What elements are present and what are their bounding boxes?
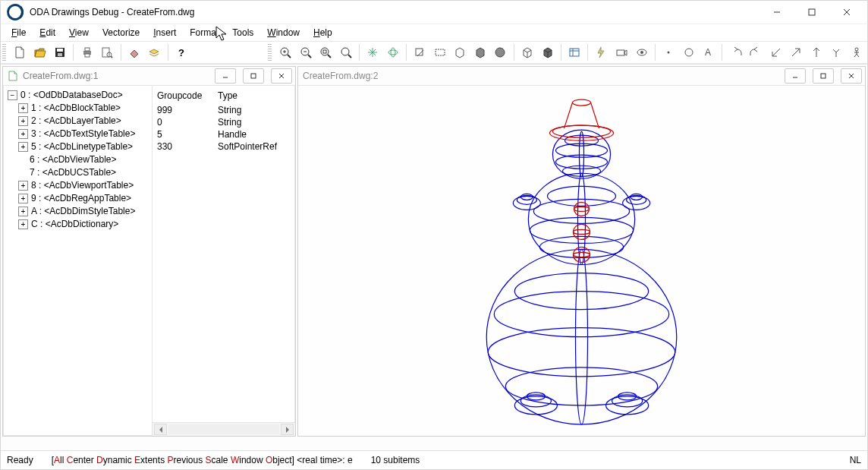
print-button[interactable] [77,43,96,62]
cell-groupcode: 999 [157,105,218,115]
zoom-window-button[interactable] [316,43,335,62]
table-row[interactable]: 5Handle [157,128,291,140]
redo-button[interactable] [747,43,766,62]
scroll-right-button[interactable] [281,424,294,435]
menu-tools[interactable]: Tools [226,26,259,39]
menu-format[interactable]: Format [184,26,225,39]
menu-window[interactable]: Window [261,26,306,39]
minimize-button[interactable] [760,1,794,24]
layers-button[interactable] [145,43,164,62]
tree-node[interactable]: A : <AcDbDimStyleTable> [18,205,150,218]
select-button[interactable] [431,43,450,62]
fill-tool-button[interactable] [125,43,144,62]
scroll-left-button[interactable] [154,424,167,435]
new-button[interactable] [11,43,30,62]
help-button[interactable]: ? [172,43,191,62]
svg-rect-23 [323,50,326,53]
svg-point-72 [574,202,589,216]
menu-help[interactable]: Help [307,26,338,39]
region-button[interactable] [410,43,429,62]
menu-vectorize[interactable]: Vectorize [96,26,146,39]
sphere-button[interactable] [491,43,510,62]
zoom-in-button[interactable] [276,43,295,62]
solid-button[interactable] [471,43,490,62]
tree-node[interactable]: 3 : <AcDbTextStyleTable> [18,128,150,140]
wire-box-button[interactable] [518,43,537,62]
mdi-titlebar[interactable]: CreateFrom.dwg:1 [3,67,295,86]
face-button[interactable] [451,43,470,62]
mdi-titlebar-2[interactable]: CreateFrom.dwg:2 [298,67,865,86]
expand-toggle-icon[interactable] [18,194,28,203]
mdi-close-button-2[interactable] [841,68,862,84]
tree-node[interactable]: 1 : <AcDbBlockTable> [18,102,150,115]
object-tree[interactable]: 0 : <OdDbDatabaseDoc> 1 : <AcDbBlockTabl… [3,86,153,436]
expand-toggle-icon[interactable] [18,116,28,126]
tree-node[interactable]: C : <AcDbDictionary> [18,218,150,231]
shaded-box-button[interactable] [538,43,557,62]
menu-insert[interactable]: Insert [147,26,182,39]
mdi-close-button[interactable] [271,68,292,84]
eye-button[interactable] [632,43,651,62]
arrow-ur-button[interactable] [787,43,806,62]
tree-node[interactable]: 6 : <AcDbViewTable> [18,153,150,166]
arrow-up-button[interactable] [807,43,826,62]
tree-root[interactable]: 0 : <OdDbDatabaseDoc> [8,89,150,102]
mdi-maximize-button-2[interactable] [813,68,834,84]
print-preview-button[interactable] [98,43,117,62]
table-row[interactable]: 0String [157,116,291,128]
circle-button[interactable] [679,43,698,62]
svg-rect-9 [85,54,90,57]
mdi-minimize-button[interactable] [215,68,236,84]
table-row[interactable]: 330SoftPointerRef [157,140,291,153]
horizontal-scrollbar[interactable] [153,422,295,436]
expand-toggle-icon[interactable] [18,129,28,139]
col-header-groupcode[interactable]: Groupcode [157,90,218,101]
tree-node-label: 1 : <AcDbBlockTable> [31,102,121,115]
tree-node[interactable]: 8 : <AcDbViewportTable> [18,179,150,192]
text-button[interactable]: A [700,43,719,62]
save-button[interactable] [51,43,70,62]
toolbar-grip-2[interactable] [268,44,272,61]
camera-button[interactable] [612,43,631,62]
arrow-dl-button[interactable] [767,43,786,62]
svg-rect-6 [58,53,62,56]
tree-node[interactable]: 5 : <AcDbLinetypeTable> [18,140,150,153]
tree-node[interactable]: 9 : <AcDbRegAppTable> [18,192,150,205]
tree-node[interactable]: 7 : <AcDbUCSTable> [18,166,150,179]
expand-toggle-icon[interactable] [18,142,28,152]
maximize-button[interactable] [794,1,829,24]
svg-rect-31 [570,49,579,56]
orbit-button[interactable] [384,43,403,62]
menu-view[interactable]: View [63,26,95,39]
zoom-extents-button[interactable] [337,43,356,62]
col-header-type[interactable]: Type [218,90,291,101]
toolbar: ? A [1,42,867,64]
cell-groupcode: 0 [157,117,218,128]
point-button[interactable] [659,43,678,62]
drawing-canvas[interactable] [298,86,865,436]
open-button[interactable] [30,43,49,62]
expand-toggle-icon[interactable] [18,219,28,229]
close-button[interactable] [829,1,864,24]
mdi-minimize-button-2[interactable] [785,68,806,84]
scrollbar-track[interactable] [168,424,279,434]
expand-toggle-icon[interactable] [8,90,17,100]
mdi-maximize-button[interactable] [243,68,264,84]
menu-file[interactable]: File [5,26,32,39]
menu-edit[interactable]: Edit [33,26,61,39]
arrow-branch-button[interactable] [827,43,846,62]
figure-button[interactable] [848,43,866,62]
svg-rect-46 [821,74,826,78]
toolbar-grip[interactable] [2,44,6,61]
expand-toggle-icon[interactable] [18,103,28,113]
undo-button[interactable] [726,43,745,62]
tree-node[interactable]: 2 : <AcDbLayerTable> [18,115,150,128]
zoom-out-button[interactable] [296,43,315,62]
table-view-button[interactable] [565,43,584,62]
expand-toggle-icon[interactable] [18,207,28,216]
lightning-button[interactable] [592,43,611,62]
svg-point-77 [573,252,590,257]
pan-button[interactable] [363,43,382,62]
table-row[interactable]: 999String [157,104,291,116]
expand-toggle-icon[interactable] [18,181,28,191]
